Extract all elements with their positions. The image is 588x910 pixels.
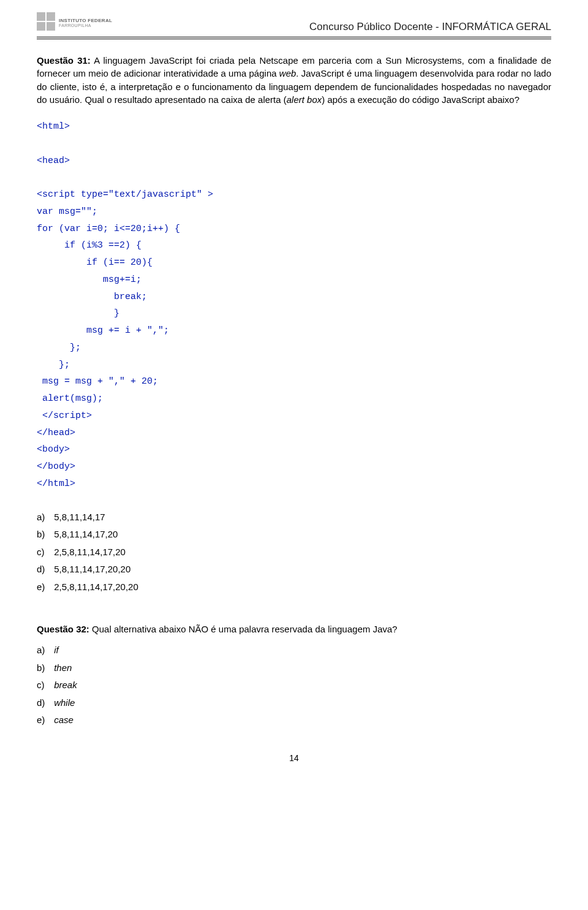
question-31-text: Questão 31: A linguagem JavaScript foi c… [37, 54, 551, 106]
question-32-label: Questão 32: [37, 624, 89, 634]
q31-alertbox-italic: alert box [287, 94, 322, 105]
q31-option-e: e) 2,5,8,11,14,17,20,20 [37, 578, 551, 596]
option-text: case [54, 715, 74, 725]
code-line: var msg=""; [37, 207, 97, 217]
q31-web-italic: web [279, 68, 296, 78]
q31-option-b: b) 5,8,11,14,17,20 [37, 526, 551, 544]
header-rule-2 [37, 39, 551, 39]
header-title: Concurso Público Docente - INFORMÁTICA G… [309, 21, 551, 33]
page-header: INSTITUTO FEDERAL FARROUPILHA Concurso P… [37, 12, 551, 33]
q32-option-c: c) break [37, 677, 551, 694]
code-line: <script type="text/javascript" > [37, 189, 213, 200]
logo-icon [37, 12, 55, 31]
code-line: msg+=i; [37, 275, 141, 285]
code-line: break; [37, 292, 147, 302]
option-label: e) [37, 578, 51, 596]
q31-options: a) 5,8,11,14,17 b) 5,8,11,14,17,20 c) 2,… [37, 509, 551, 596]
code-line: </head> [37, 428, 75, 438]
option-label: c) [37, 544, 51, 561]
institute-name-line1: INSTITUTO FEDERAL [59, 18, 112, 23]
question-31-label: Questão 31: [37, 55, 91, 66]
logo-block: INSTITUTO FEDERAL FARROUPILHA [37, 12, 112, 33]
code-line: alert(msg); [37, 393, 103, 404]
option-text: then [54, 662, 72, 673]
option-label: b) [37, 659, 51, 677]
content: Questão 31: A linguagem JavaScript foi c… [37, 54, 551, 765]
option-text: 5,8,11,14,17 [54, 512, 105, 522]
q32-text-body: Qual alternativa abaixo NÃO é uma palavr… [89, 624, 398, 634]
option-text: if [54, 645, 59, 655]
option-label: a) [37, 509, 51, 526]
logo-text: INSTITUTO FEDERAL FARROUPILHA [59, 18, 112, 28]
option-label: a) [37, 642, 51, 659]
option-label: e) [37, 711, 51, 729]
code-line: <head> [37, 156, 70, 166]
code-line: }; [37, 343, 81, 353]
question-32-text: Questão 32: Qual alternativa abaixo NÃO … [37, 623, 551, 635]
code-line: </body> [37, 461, 75, 472]
option-label: d) [37, 694, 51, 712]
code-line: <html> [37, 121, 70, 132]
option-text: 5,8,11,14,17,20,20 [54, 564, 130, 574]
option-text: 2,5,8,11,14,17,20 [54, 547, 126, 557]
code-line: </script> [37, 411, 92, 421]
option-label: b) [37, 526, 51, 544]
option-text: break [54, 680, 77, 690]
institute-name-line2: FARROUPILHA [59, 23, 112, 28]
option-text: 5,8,11,14,17,20 [54, 529, 118, 539]
code-line: </html> [37, 479, 75, 489]
code-line: <body> [37, 444, 70, 455]
question-32: Questão 32: Qual alternativa abaixo NÃO … [37, 623, 551, 729]
code-line: if (i%3 ==2) { [37, 240, 141, 251]
code-line: if (i== 20){ [37, 257, 153, 268]
q31-option-a: a) 5,8,11,14,17 [37, 509, 551, 526]
code-line: }; [37, 360, 70, 370]
q31-text-part3: ) após a execução do código JavaScript a… [322, 94, 519, 105]
option-label: c) [37, 677, 51, 694]
code-line: for (var i=0; i<=20;i++) { [37, 224, 180, 234]
header-rule-1 [37, 37, 551, 37]
q32-option-e: e) case [37, 711, 551, 729]
q32-option-b: b) then [37, 659, 551, 677]
code-block: <html> <head> <script type="text/javascr… [37, 118, 551, 493]
option-label: d) [37, 561, 51, 578]
code-line: msg = msg + "," + 20; [37, 376, 158, 387]
q31-option-c: c) 2,5,8,11,14,17,20 [37, 544, 551, 561]
q32-option-a: a) if [37, 642, 551, 659]
page-number: 14 [37, 753, 551, 765]
code-line: } [37, 308, 119, 319]
option-text: while [54, 697, 75, 708]
option-text: 2,5,8,11,14,17,20,20 [54, 582, 138, 592]
q32-option-d: d) while [37, 694, 551, 712]
q31-option-d: d) 5,8,11,14,17,20,20 [37, 561, 551, 578]
code-line: msg += i + ","; [37, 325, 169, 336]
page-container: INSTITUTO FEDERAL FARROUPILHA Concurso P… [0, 0, 588, 777]
